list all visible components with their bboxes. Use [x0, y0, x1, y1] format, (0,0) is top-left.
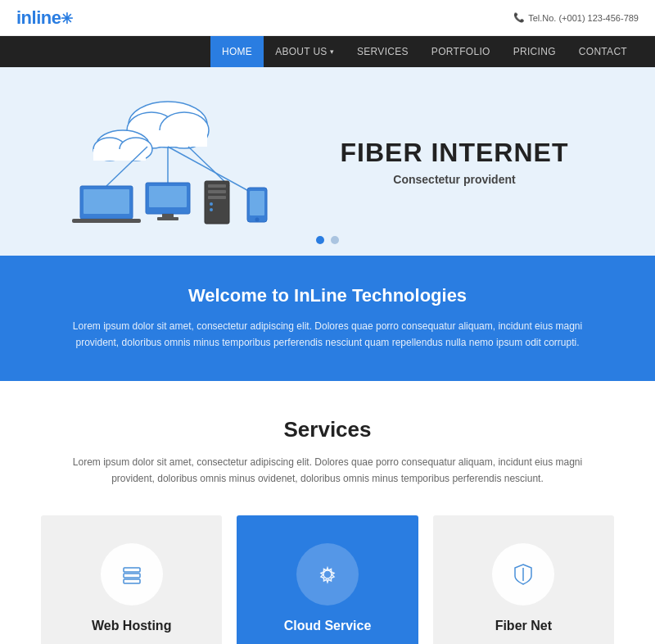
nav-pricing[interactable]: PRICING — [502, 36, 567, 67]
hero-dots — [316, 236, 339, 244]
card-cloud-service: Cloud Service Lorem ipsum dolor sitamet,… — [237, 515, 418, 644]
dot-2[interactable] — [331, 236, 339, 244]
svg-point-24 — [210, 208, 213, 211]
gear-icon — [313, 560, 342, 589]
svg-rect-21 — [208, 190, 226, 193]
hero-section: FIBER INTERNET Consectetur provident — [0, 67, 655, 256]
phone-label: Tel.No. (+001) 123-456-789 — [528, 13, 639, 23]
nav-portfolio[interactable]: PORTFOLIO — [420, 36, 502, 67]
layers-icon — [117, 560, 147, 589]
hero-content: FIBER INTERNET Consectetur provident — [41, 79, 614, 243]
web-hosting-icon-circle — [101, 543, 163, 605]
logo: inline✳ — [16, 7, 73, 29]
hero-illustration — [41, 79, 295, 243]
svg-point-27 — [255, 218, 260, 222]
svg-line-10 — [188, 147, 229, 186]
header: inline✳ 📞 Tel.No. (+001) 123-456-789 — [0, 0, 655, 36]
svg-rect-26 — [250, 191, 264, 215]
svg-rect-16 — [149, 186, 187, 207]
card-fiber-net: Fiber Net Lorem ipsum dolor sitamet, con… — [433, 515, 614, 644]
cloud-service-title: Cloud Service — [284, 619, 372, 633]
nav-about[interactable]: ABOUT US ▾ — [264, 36, 346, 67]
phone-info: 📞 Tel.No. (+001) 123-456-789 — [513, 12, 639, 23]
hero-text: FIBER INTERNET Consectetur provident — [295, 138, 614, 186]
hero-title: FIBER INTERNET — [295, 138, 614, 168]
services-title: Services — [41, 417, 614, 442]
cloud-service-icon-circle — [296, 543, 359, 605]
hero-svg — [41, 79, 295, 243]
services-section: Services Lorem ipsum dolor sit amet, con… — [0, 381, 655, 644]
logo-star: ✳ — [61, 11, 73, 27]
welcome-section: Welcome to InLine Technologies Lorem ips… — [0, 256, 655, 381]
shield-icon — [508, 560, 538, 589]
nav-home[interactable]: HOME — [210, 36, 264, 67]
nav-contact[interactable]: CONTACT — [567, 36, 639, 67]
phone-icon: 📞 — [513, 12, 525, 23]
card-web-hosting: Web Hosting Lorem ipsum dolor sitamet, c… — [41, 515, 222, 644]
svg-rect-13 — [84, 189, 129, 214]
nav: HOME ABOUT US ▾ SERVICES PORTFOLIO PRICI… — [0, 36, 655, 67]
web-hosting-title: Web Hosting — [92, 619, 171, 633]
nav-services[interactable]: SERVICES — [346, 36, 420, 67]
chevron-down-icon: ▾ — [330, 48, 334, 56]
logo-text: inline — [16, 7, 61, 28]
welcome-title: Welcome to InLine Technologies — [49, 285, 606, 306]
svg-rect-22 — [208, 196, 226, 199]
fiber-net-title: Fiber Net — [495, 619, 552, 633]
services-text: Lorem ipsum dolor sit amet, consectetur … — [57, 454, 598, 488]
svg-point-31 — [323, 570, 332, 578]
svg-rect-14 — [72, 219, 141, 223]
svg-rect-20 — [208, 184, 226, 188]
hero-subtitle: Consectetur provident — [295, 173, 614, 186]
fiber-net-icon-circle — [492, 543, 554, 605]
svg-rect-28 — [124, 568, 140, 572]
welcome-text: Lorem ipsum dolor sit amet, consectetur … — [57, 318, 598, 351]
svg-rect-18 — [157, 217, 178, 220]
svg-rect-30 — [124, 579, 140, 583]
dot-1[interactable] — [316, 236, 324, 244]
svg-rect-29 — [124, 574, 140, 578]
svg-point-23 — [210, 202, 213, 206]
service-cards: Web Hosting Lorem ipsum dolor sitamet, c… — [41, 515, 614, 644]
svg-rect-7 — [93, 149, 146, 161]
